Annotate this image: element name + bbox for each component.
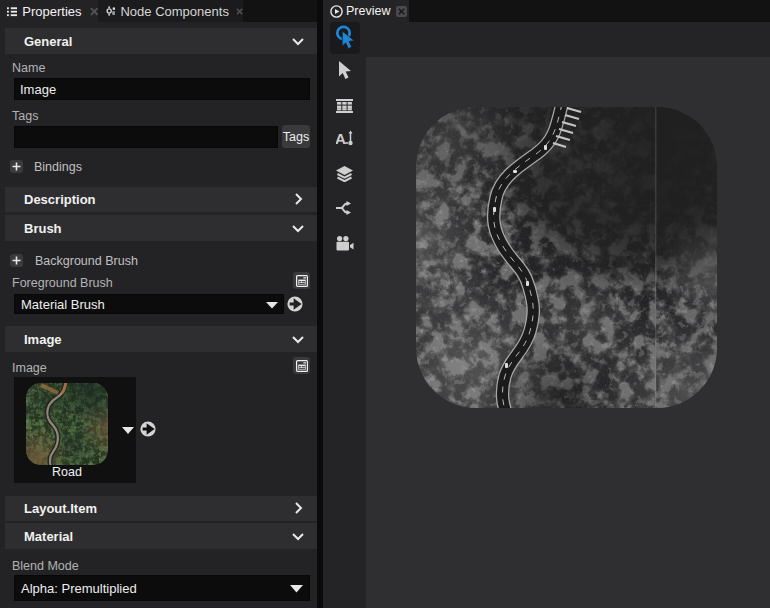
svg-text:A: A bbox=[336, 130, 346, 147]
